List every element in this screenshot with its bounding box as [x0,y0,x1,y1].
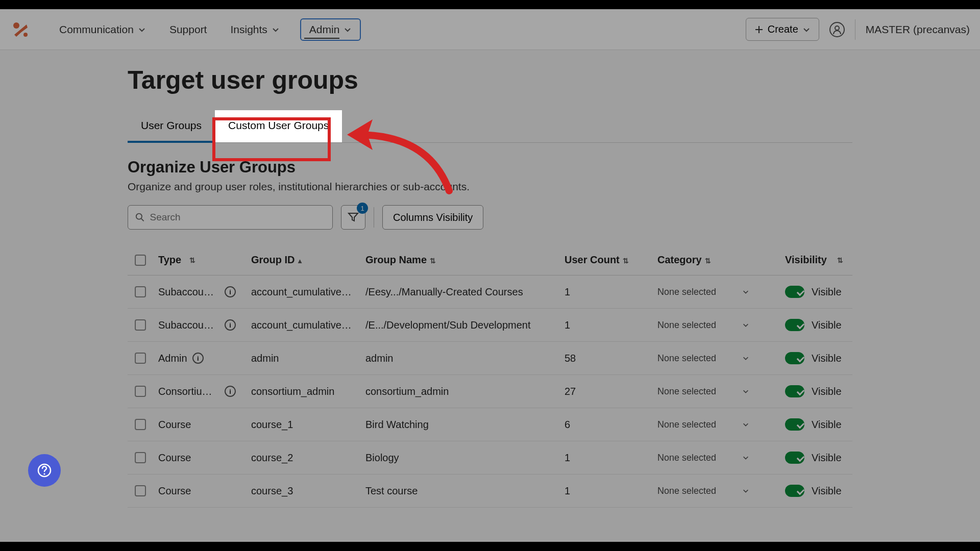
nav-label: Admin [309,23,340,36]
topbar-right: Create MASTER (precanvas) [746,18,970,41]
row-checkbox[interactable] [135,419,146,430]
cell-group-name: consortium_admin [365,386,565,397]
cell-group-id: course_2 [251,452,365,464]
nav-insights[interactable]: Insights [227,19,282,40]
row-checkbox[interactable] [135,452,146,463]
row-checkbox[interactable] [135,353,146,364]
cell-group-id: account_cumulative… [251,319,365,331]
chevron-down-icon [802,26,811,34]
controls-row: 1 Columns Visibility [128,205,740,230]
section-desc: Organize and group user roles, instituti… [128,181,740,193]
svg-point-5 [43,473,45,474]
col-header-category[interactable]: Category [657,254,702,265]
user-groups-table: Type⇅ Group ID▴ Group Name⇅ User Count⇅ … [128,245,852,508]
svg-point-1 [23,33,28,37]
chevron-down-icon [742,421,749,428]
visibility-label: Visible [812,286,842,298]
category-value: None selected [657,419,716,430]
section-title: Organize User Groups [128,158,740,177]
category-select[interactable]: None selected [657,453,749,463]
cell-type: Subaccount… [158,319,219,331]
table-row: Admini admin admin 58 None selected Visi… [128,342,852,375]
search-input-wrapper[interactable] [128,205,333,230]
visibility-label: Visible [812,452,842,464]
info-icon[interactable]: i [225,286,236,297]
visibility-toggle[interactable] [785,452,804,464]
cell-type: Course [158,452,191,464]
nav-label: Communication [59,23,134,36]
category-select[interactable]: None selected [657,287,749,297]
category-value: None selected [657,287,716,297]
category-value: None selected [657,453,716,463]
visibility-toggle[interactable] [785,385,804,397]
col-header-user-count[interactable]: User Count [565,254,620,265]
nav-admin[interactable]: Admin [300,18,361,41]
category-select[interactable]: None selected [657,353,749,364]
user-icon[interactable] [829,22,845,37]
visibility-toggle[interactable] [785,286,804,298]
nav-support[interactable]: Support [166,19,210,40]
question-icon [37,463,52,478]
help-fab[interactable] [28,454,61,487]
logo [10,19,31,40]
nav-label: Insights [230,23,267,36]
sort-icon: ⇅ [623,257,629,265]
row-checkbox[interactable] [135,485,146,496]
table-row: Subaccount…i account_cumulative… /E.../D… [128,309,852,342]
filter-button[interactable]: 1 [341,205,365,230]
category-select[interactable]: None selected [657,386,749,397]
visibility-toggle[interactable] [785,485,804,497]
nav-communication[interactable]: Communication [56,19,149,40]
visibility-toggle[interactable] [785,319,804,331]
button-label: Columns Visibility [393,212,473,223]
col-header-group-id[interactable]: Group ID [251,254,295,265]
nav-label: Support [169,23,207,36]
visibility-label: Visible [812,353,842,364]
col-header-visibility[interactable]: Visibility [785,254,827,266]
cell-group-name: Test course [365,485,565,497]
visibility-label: Visible [812,386,842,397]
columns-visibility-button[interactable]: Columns Visibility [382,205,483,230]
table-row: Subaccount…i account_cumulative… /Eesy..… [128,276,852,309]
category-select[interactable]: None selected [657,486,749,496]
select-all-checkbox[interactable] [135,255,146,266]
cell-group-name: Biology [365,452,565,464]
visibility-toggle[interactable] [785,352,804,364]
tab-custom-user-groups[interactable]: Custom User Groups [215,110,342,142]
svg-point-0 [13,22,19,29]
category-value: None selected [657,353,716,364]
col-header-type[interactable]: Type [158,254,181,266]
tab-user-groups[interactable]: User Groups [128,110,215,143]
divider [855,19,855,40]
chevron-down-icon [742,487,749,494]
cell-group-id: account_cumulative… [251,286,365,298]
cell-group-name: /E.../Development/Sub Development [365,319,565,331]
row-checkbox[interactable] [135,319,146,331]
row-checkbox[interactable] [135,386,146,397]
cell-group-name: /Eesy.../Manually-Created Courses [365,286,565,298]
search-input[interactable] [150,212,325,223]
divider [374,207,374,228]
info-icon[interactable]: i [192,353,204,364]
chevron-down-icon [742,454,749,461]
cell-user-count: 27 [565,386,657,397]
info-icon[interactable]: i [225,386,236,397]
visibility-toggle[interactable] [785,418,804,431]
cell-group-id: course_3 [251,485,365,497]
row-checkbox[interactable] [135,286,146,297]
create-button[interactable]: Create [746,18,819,41]
person-icon [832,25,842,34]
cell-user-count: 6 [565,419,657,431]
tab-label: Custom User Groups [228,119,329,131]
category-select[interactable]: None selected [657,419,749,430]
col-header-group-name[interactable]: Group Name [365,254,427,265]
sort-asc-icon: ▴ [298,257,302,265]
tabs: User Groups Custom User Groups [128,110,852,143]
cell-type: Course [158,419,191,431]
info-icon[interactable]: i [225,319,236,331]
category-select[interactable]: None selected [657,320,749,331]
cell-user-count: 58 [565,353,657,364]
table-row: Course course_3 Test course 1 None selec… [128,474,852,508]
cell-group-id: admin [251,353,365,364]
visibility-label: Visible [812,319,842,331]
